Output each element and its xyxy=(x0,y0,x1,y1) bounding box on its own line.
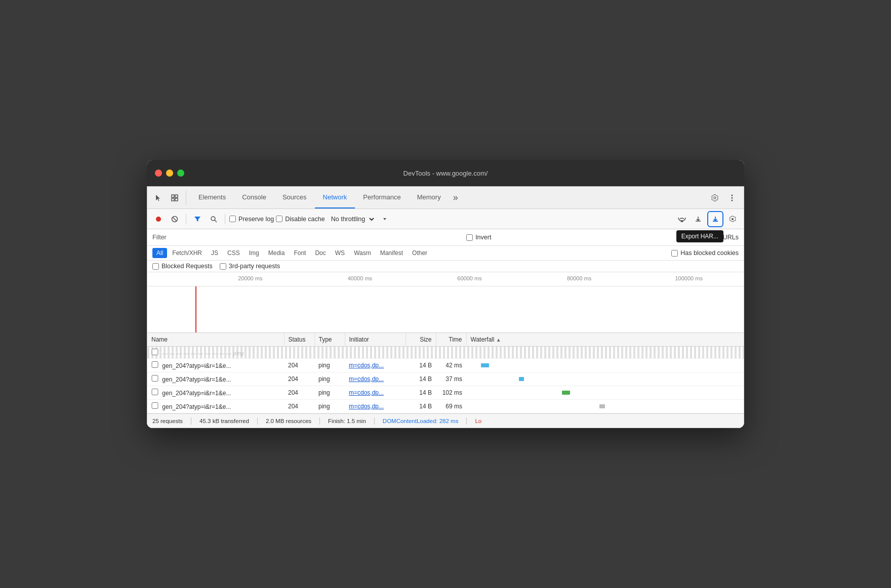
col-header-name[interactable]: Name xyxy=(147,333,284,347)
waterfall-bar-1 xyxy=(519,377,524,381)
tab-performance[interactable]: Performance xyxy=(355,187,409,208)
preserve-log-checkbox[interactable] xyxy=(229,216,236,222)
initiator-link-1[interactable]: m=cdos,dp... xyxy=(349,375,384,383)
type-filter-right: Has blocked cookies xyxy=(671,249,739,257)
cell-size-2: 14 B xyxy=(406,386,436,400)
third-party-checkbox[interactable] xyxy=(220,263,226,270)
cell-time-2: 102 ms xyxy=(436,386,466,400)
svg-point-12 xyxy=(681,220,683,222)
clear-button[interactable] xyxy=(168,212,182,226)
type-filter-img[interactable]: Img xyxy=(245,248,263,258)
col-header-waterfall[interactable]: Waterfall ▲ xyxy=(466,333,744,347)
type-filter-fetch-xhr[interactable]: Fetch/XHR xyxy=(168,248,206,258)
blocked-requests-group[interactable]: Blocked Requests xyxy=(152,263,213,270)
timeline-red-line xyxy=(195,286,196,332)
close-button[interactable] xyxy=(155,170,162,177)
import-har-icon[interactable] xyxy=(691,212,705,226)
cell-time-3: 69 ms xyxy=(436,400,466,413)
cell-type-0: ping xyxy=(314,359,345,372)
tab-sources[interactable]: Sources xyxy=(274,187,315,208)
table-row[interactable]: gen_204?atyp=i&r=1&e... 204 ping m=cdos,… xyxy=(147,359,744,372)
export-har-button[interactable] xyxy=(707,211,723,227)
hide-data-urls-checkbox[interactable] xyxy=(685,234,692,241)
hide-data-urls-label: Hide data URLs xyxy=(694,234,739,241)
record-button[interactable] xyxy=(151,212,166,226)
type-filter-media[interactable]: Media xyxy=(264,248,289,258)
disable-cache-checkbox[interactable] xyxy=(276,216,282,222)
initiator-link-2[interactable]: m=cdos,dp... xyxy=(349,389,384,396)
throttling-select[interactable]: No throttling xyxy=(327,214,376,224)
row-checkbox-0[interactable] xyxy=(151,361,158,368)
filter-bar: Filter Invert Hide data URLs xyxy=(147,229,744,246)
row-checkbox-1[interactable] xyxy=(151,375,158,382)
tab-memory[interactable]: Memory xyxy=(409,187,449,208)
disable-cache-group[interactable]: Disable cache xyxy=(276,216,325,223)
waterfall-bar-2 xyxy=(562,391,570,395)
col-header-initiator[interactable]: Initiator xyxy=(345,333,406,347)
has-blocked-cookies-group[interactable]: Has blocked cookies xyxy=(671,249,739,257)
type-filter-wasm[interactable]: Wasm xyxy=(350,248,375,258)
blocked-requests-checkbox[interactable] xyxy=(152,263,159,270)
preserve-log-group[interactable]: Preserve log xyxy=(229,216,274,223)
tab-console[interactable]: Console xyxy=(234,187,274,208)
svg-point-6 xyxy=(732,199,733,201)
invert-checkbox[interactable] xyxy=(466,234,473,241)
col-header-type[interactable]: Type xyxy=(314,333,345,347)
type-filter-js[interactable]: JS xyxy=(207,248,222,258)
row-checkbox-3[interactable] xyxy=(151,402,158,409)
type-filter-font[interactable]: Font xyxy=(290,248,310,258)
col-header-time[interactable]: Time xyxy=(436,333,466,347)
ruler-ticks: 20000 ms 40000 ms 60000 ms 80000 ms 1000… xyxy=(147,272,744,286)
minimize-button[interactable] xyxy=(166,170,173,177)
inspect-icon[interactable] xyxy=(168,191,182,205)
filter-icon[interactable] xyxy=(190,212,205,226)
initiator-link-3[interactable]: m=cdos,dp... xyxy=(349,403,384,410)
tab-bar: Elements Console Sources Network Perform… xyxy=(147,187,744,209)
initiator-link-0[interactable]: m=cdos,dp... xyxy=(349,362,384,369)
title-bar: DevTools - www.google.com/ xyxy=(147,160,744,186)
devtools-window: DevTools - www.google.com/ xyxy=(147,160,744,428)
type-filter-manifest[interactable]: Manifest xyxy=(376,248,407,258)
col-header-status[interactable]: Status xyxy=(284,333,314,347)
blocked-requests-label: Blocked Requests xyxy=(161,263,213,270)
type-filter-all[interactable]: All xyxy=(152,248,167,258)
network-settings-icon[interactable] xyxy=(725,212,740,226)
toolbar: Preserve log Disable cache No throttling xyxy=(147,209,744,229)
invert-group[interactable]: Invert xyxy=(466,234,491,241)
network-conditions-icon[interactable] xyxy=(675,212,689,226)
row-checkbox[interactable] xyxy=(151,349,158,355)
third-party-group[interactable]: 3rd-party requests xyxy=(220,263,280,270)
cell-status-0: 204 xyxy=(284,359,314,372)
maximize-button[interactable] xyxy=(177,170,184,177)
type-filter-bar: All Fetch/XHR JS CSS Img Media Font Doc … xyxy=(147,246,744,261)
tab-elements[interactable]: Elements xyxy=(190,187,234,208)
has-blocked-cookies-checkbox[interactable] xyxy=(671,250,678,257)
table-row[interactable]: gen_204?atyp=i&r=1&e... 204 ping m=cdos,… xyxy=(147,372,744,386)
cursor-icon[interactable] xyxy=(151,191,166,205)
status-load: Lo xyxy=(475,418,481,424)
tick-1: 40000 ms xyxy=(305,275,415,281)
table-row[interactable]: gen_204?atyp=i&r=1&e... 204 ping m=cdos,… xyxy=(147,386,744,400)
tab-network[interactable]: Network xyxy=(315,187,355,208)
type-filter-other[interactable]: Other xyxy=(408,248,431,258)
hide-data-urls-group[interactable]: Hide data URLs xyxy=(685,234,739,241)
type-filter-css[interactable]: CSS xyxy=(223,248,244,258)
more-tabs-button[interactable]: » xyxy=(449,190,462,205)
type-filter-doc[interactable]: Doc xyxy=(311,248,330,258)
table-row-truncated[interactable]: — — — — — — — — — — ping xyxy=(147,347,744,359)
tab-actions xyxy=(707,190,740,205)
search-icon[interactable] xyxy=(207,212,221,226)
cell-initiator-2: m=cdos,dp... xyxy=(345,386,406,400)
col-header-size[interactable]: Size xyxy=(406,333,436,347)
cell-type-3: ping xyxy=(314,400,345,413)
settings-icon[interactable] xyxy=(707,190,722,205)
table-row[interactable]: gen_204?atyp=i&r=1&e... 204 ping m=cdos,… xyxy=(147,400,744,413)
status-separator-1 xyxy=(191,417,191,425)
tabs: Elements Console Sources Network Perform… xyxy=(190,187,707,208)
row-checkbox-2[interactable] xyxy=(151,389,158,395)
cell-waterfall-1 xyxy=(466,372,744,386)
more-options-icon[interactable] xyxy=(724,190,740,205)
filter-input[interactable] xyxy=(172,232,273,242)
type-filter-ws[interactable]: WS xyxy=(331,248,349,258)
throttle-dropdown-icon[interactable] xyxy=(378,212,392,226)
